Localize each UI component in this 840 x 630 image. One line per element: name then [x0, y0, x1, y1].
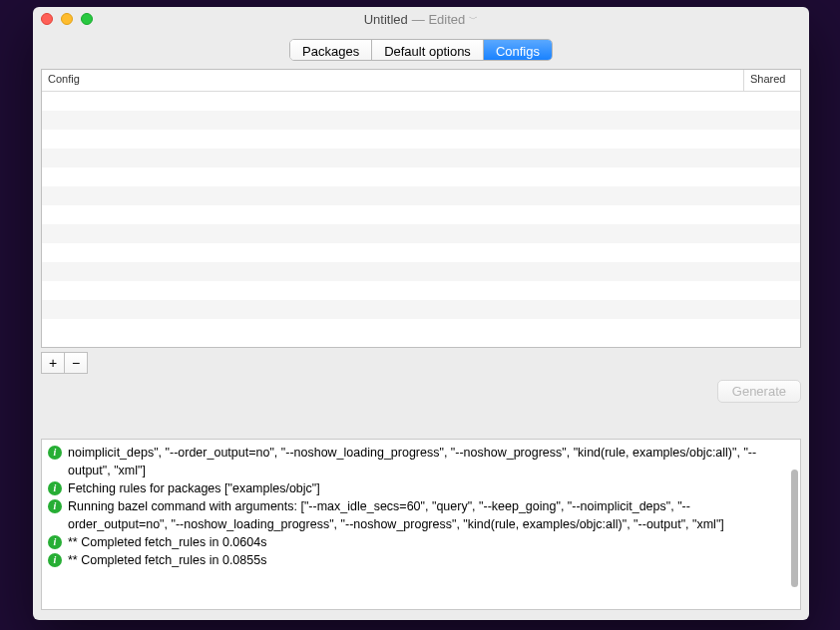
table-row	[42, 111, 800, 130]
log-text: Running bazel command with arguments: ["…	[68, 497, 780, 533]
titlebar: Untitled — Edited ﹀	[33, 7, 809, 29]
tab-configs[interactable]: Configs	[484, 40, 552, 60]
generate-button[interactable]: Generate	[717, 380, 801, 403]
info-icon: i	[48, 553, 62, 567]
tab-packages[interactable]: Packages	[290, 40, 372, 60]
info-icon: i	[48, 481, 62, 495]
log-text: ** Completed fetch_rules in 0.0855s	[68, 551, 780, 569]
table-row	[42, 149, 800, 167]
table-row	[42, 281, 800, 300]
log-content: i noimplicit_deps", "--order_output=no",…	[42, 440, 800, 573]
log-panel: i noimplicit_deps", "--order_output=no",…	[41, 439, 801, 610]
info-icon: i	[48, 535, 62, 549]
table-row	[42, 262, 800, 281]
app-window: Untitled — Edited ﹀ Packages Default opt…	[33, 7, 809, 620]
content-area: Config Shared + −	[33, 69, 809, 620]
log-line: i Fetching rules for packages ["examples…	[48, 479, 786, 497]
table-row	[42, 205, 800, 224]
info-icon: i	[48, 446, 62, 460]
table-header: Config Shared	[42, 70, 800, 92]
log-text: ** Completed fetch_rules in 0.0604s	[68, 533, 780, 551]
window-title: Untitled — Edited ﹀	[364, 12, 479, 27]
table-row	[42, 224, 800, 243]
table-row	[42, 243, 800, 262]
remove-button[interactable]: −	[64, 352, 88, 374]
log-line: i Running bazel command with arguments: …	[48, 497, 786, 533]
log-line: i ** Completed fetch_rules in 0.0855s	[48, 551, 786, 569]
document-status: — Edited	[412, 12, 465, 27]
zoom-button[interactable]	[81, 13, 93, 25]
table-row	[42, 319, 800, 338]
document-name: Untitled	[364, 12, 408, 27]
info-icon: i	[48, 499, 62, 513]
chevron-down-icon[interactable]: ﹀	[469, 13, 478, 26]
table-row	[42, 167, 800, 186]
table-row	[42, 186, 800, 205]
table-body[interactable]	[42, 92, 800, 347]
column-shared[interactable]: Shared	[744, 70, 800, 91]
log-line: i ** Completed fetch_rules in 0.0604s	[48, 533, 786, 551]
table-row	[42, 130, 800, 149]
add-button[interactable]: +	[41, 352, 65, 374]
close-button[interactable]	[41, 13, 53, 25]
add-remove-controls: + −	[41, 352, 801, 374]
table-row	[42, 300, 800, 319]
column-config[interactable]: Config	[42, 70, 744, 91]
generate-row: Generate	[41, 380, 801, 403]
log-text: Fetching rules for packages ["examples/o…	[68, 479, 780, 497]
log-line: i noimplicit_deps", "--order_output=no",…	[48, 444, 786, 479]
configs-table: Config Shared	[41, 69, 801, 348]
window-controls	[41, 13, 93, 25]
log-text: noimplicit_deps", "--order_output=no", "…	[68, 444, 780, 479]
tab-default-options[interactable]: Default options	[372, 40, 484, 60]
minimize-button[interactable]	[61, 13, 73, 25]
table-row	[42, 92, 800, 111]
tab-bar: Packages Default options Configs	[289, 39, 553, 61]
scrollbar[interactable]	[791, 470, 798, 587]
